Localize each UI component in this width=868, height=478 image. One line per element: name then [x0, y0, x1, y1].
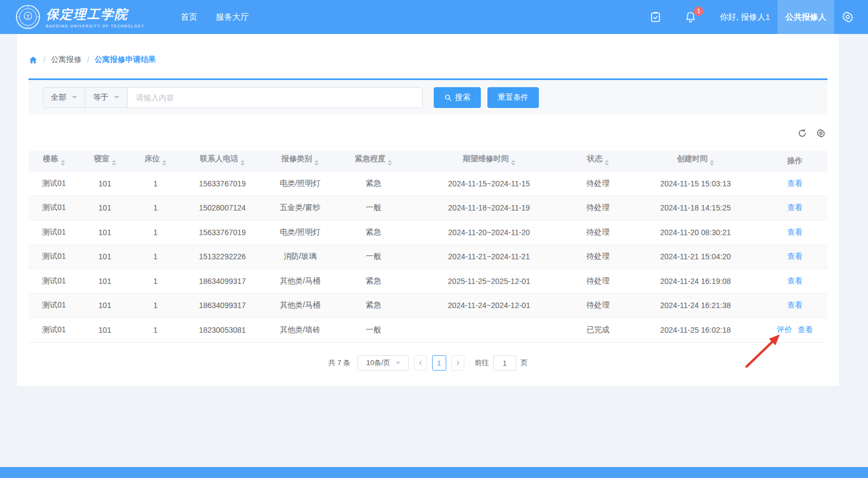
cell: 电类/照明灯: [264, 179, 336, 189]
evaluate-link[interactable]: 评价: [777, 325, 792, 334]
view-link[interactable]: 查看: [787, 179, 803, 187]
search-button[interactable]: 搜索: [434, 87, 481, 108]
nav-item-0[interactable]: 首页: [181, 12, 197, 22]
cell: 2024-11-24 16:21:38: [629, 301, 762, 310]
column-header-7[interactable]: 状态: [567, 154, 629, 168]
chevron-down-icon: [72, 96, 77, 101]
table-row: 测试01101115633767019电类/照明灯紧急2024-11-15~20…: [28, 172, 827, 196]
notification-bell-icon[interactable]: 1: [685, 11, 697, 23]
repair-requests-table: 楼栋寝室床位联系人电话报修类别紧急程度期望维修时间状态创建时间操作测试01101…: [28, 151, 827, 343]
cell: 1: [130, 277, 181, 286]
settings-gear-icon[interactable]: [842, 11, 854, 23]
sort-caret-icon[interactable]: [710, 158, 714, 168]
view-link[interactable]: 查看: [787, 227, 803, 236]
view-link[interactable]: 查看: [787, 252, 803, 260]
top-header: T 保定理工学院 BAODING UNIVERSITY OF TECHNOLOG…: [0, 0, 868, 34]
table-header-row: 楼栋寝室床位联系人电话报修类别紧急程度期望维修时间状态创建时间操作: [28, 151, 827, 172]
cell: 2024-11-21~2024-11-21: [411, 252, 567, 261]
breadcrumb: /公寓报修/公寓报修申请结果: [28, 55, 156, 65]
operator-select[interactable]: 等于: [85, 88, 127, 107]
actions-cell: 查看: [762, 227, 827, 237]
prev-page-button[interactable]: [414, 355, 427, 371]
column-header-4[interactable]: 报修类别: [264, 154, 336, 168]
reset-filter-button[interactable]: 重置条件: [487, 87, 539, 108]
content-card: /公寓报修/公寓报修申请结果 全部 等于 搜索 重置条件: [17, 34, 839, 386]
breadcrumb-item-1: 公寓报修申请结果: [95, 55, 156, 65]
cell: 待处理: [567, 252, 629, 261]
column-header-6[interactable]: 期望维修时间: [411, 154, 567, 168]
goto-page-input[interactable]: [493, 355, 516, 371]
column-header-8[interactable]: 创建时间: [629, 154, 762, 168]
chevron-left-icon: [418, 360, 423, 366]
page-size-select[interactable]: 10条/页: [358, 355, 409, 371]
cell: 2024-11-20 08:30:21: [629, 228, 762, 237]
home-icon[interactable]: [28, 55, 38, 65]
cell: 1: [130, 179, 181, 188]
cell: 紧急: [336, 179, 411, 189]
cell: 测试01: [28, 179, 79, 189]
cell: 紧急: [336, 300, 411, 310]
refresh-icon[interactable]: [797, 128, 807, 138]
cell: 1: [130, 326, 181, 334]
column-header-3[interactable]: 联系人电话: [181, 154, 264, 168]
tasks-clipboard-icon[interactable]: [649, 11, 662, 23]
cell: 101: [79, 179, 130, 188]
column-settings-gear-icon[interactable]: [816, 128, 826, 138]
sort-caret-icon[interactable]: [240, 158, 245, 168]
sort-caret-icon[interactable]: [61, 158, 65, 168]
sort-caret-icon[interactable]: [388, 158, 392, 168]
cell: 一般: [336, 203, 411, 213]
cell: 15132292226: [181, 252, 264, 261]
cell: 2024-11-24~2024-12-01: [411, 301, 567, 310]
logo-subtitle: BAODING UNIVERSITY OF TECHNOLOGY: [46, 24, 145, 28]
sort-caret-icon[interactable]: [314, 158, 319, 168]
chevron-down-icon: [396, 362, 400, 366]
column-header-1[interactable]: 寝室: [79, 154, 130, 168]
goto-label: 前往: [475, 358, 489, 368]
main-nav: 首页服务大厅: [181, 12, 249, 22]
cell: 101: [79, 301, 130, 310]
sort-caret-icon[interactable]: [511, 158, 515, 168]
search-input[interactable]: [128, 88, 422, 107]
cell: 2024-11-15 15:03:13: [629, 179, 762, 188]
role-tab-public-reporter[interactable]: 公共报修人: [778, 0, 834, 34]
nav-item-1[interactable]: 服务大厅: [216, 12, 249, 22]
field-select[interactable]: 全部: [43, 88, 85, 107]
cell: 待处理: [567, 300, 629, 310]
breadcrumb-separator: /: [87, 55, 89, 64]
sort-caret-icon[interactable]: [605, 158, 609, 168]
column-header-5[interactable]: 紧急程度: [336, 154, 411, 168]
cell: 2024-11-24 16:19:08: [629, 277, 762, 286]
logo: T 保定理工学院 BAODING UNIVERSITY OF TECHNOLOG…: [15, 4, 145, 30]
cell: 消防/玻璃: [264, 252, 336, 261]
cell: 待处理: [567, 203, 629, 213]
sort-caret-icon[interactable]: [162, 158, 166, 168]
view-link[interactable]: 查看: [787, 276, 803, 285]
cell: 一般: [336, 252, 411, 261]
cell: 1: [130, 228, 181, 237]
cell: 测试01: [28, 227, 79, 237]
notification-badge: 1: [694, 7, 703, 16]
cell: 测试01: [28, 252, 79, 261]
cell: 15633767019: [181, 179, 264, 188]
view-link[interactable]: 查看: [798, 325, 813, 334]
column-header-0[interactable]: 楼栋: [28, 154, 79, 168]
cell: 2024-11-15~2024-11-15: [411, 179, 567, 188]
breadcrumb-separator: /: [43, 55, 45, 64]
view-link[interactable]: 查看: [787, 203, 803, 212]
user-greeting: 你好, 报修人1: [720, 12, 770, 22]
table-toolbar: [797, 128, 826, 138]
svg-text:T: T: [26, 14, 30, 20]
breadcrumb-item-0[interactable]: 公寓报修: [51, 55, 82, 65]
cell: 待处理: [567, 227, 629, 237]
cell: 18230053081: [181, 326, 264, 334]
cell: 其他类/马桶: [264, 300, 336, 310]
table-row: 测试01101118230053081其他类/墙砖一般已完成2024-11-25…: [28, 318, 827, 343]
search-combo: 全部 等于: [43, 87, 423, 108]
next-page-button[interactable]: [451, 355, 464, 371]
sort-caret-icon[interactable]: [112, 158, 116, 168]
page-number-button[interactable]: 1: [432, 355, 446, 371]
column-header-2[interactable]: 床位: [130, 154, 181, 168]
search-icon: [444, 94, 452, 101]
view-link[interactable]: 查看: [787, 300, 803, 309]
